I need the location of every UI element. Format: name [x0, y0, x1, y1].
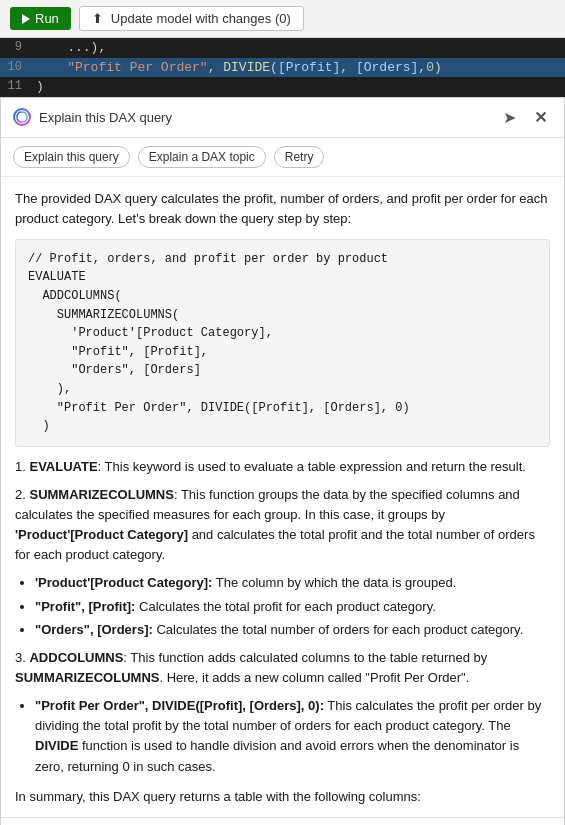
- line-number-10: 10: [0, 58, 32, 76]
- explain-item-3: 3. ADDCOLUMNS: This function adds calcul…: [15, 648, 550, 688]
- action-buttons-row: Explain this query Explain a DAX topic R…: [1, 138, 564, 177]
- explain-topic-button[interactable]: Explain a DAX topic: [138, 146, 266, 168]
- ai-panel-title: Explain this DAX query: [39, 110, 490, 125]
- copilot-logo: [13, 108, 31, 126]
- play-icon: [22, 14, 30, 24]
- run-button[interactable]: Run: [10, 7, 71, 30]
- intro-text: The provided DAX query calculates the pr…: [15, 189, 550, 229]
- code-line-10: 10 "Profit Per Order", DIVIDE([Profit], …: [0, 58, 565, 78]
- explain-query-button[interactable]: Explain this query: [13, 146, 130, 168]
- evaluate-keyword: EVALUATE: [29, 459, 97, 474]
- toolbar: Run ⬆ Update model with changes (0): [0, 0, 565, 38]
- ai-header: Explain this DAX query ➤ ✕: [1, 98, 564, 138]
- explain-num-2: 2.: [15, 487, 29, 502]
- retry-button[interactable]: Retry: [274, 146, 325, 168]
- summary-intro-text: In summary, this DAX query returns a tab…: [15, 787, 550, 807]
- bullet-item: 'Product'[Product Category]: The column …: [35, 573, 550, 593]
- summarize-bullets: 'Product'[Product Category]: The column …: [35, 573, 550, 639]
- line-number-11: 11: [0, 77, 32, 95]
- ai-response-content: The provided DAX query calculates the pr…: [1, 177, 564, 817]
- code-content-10: "Profit Per Order", DIVIDE([Profit], [Or…: [32, 58, 565, 78]
- line-number-9: 9: [0, 38, 32, 56]
- bullet-item: "Orders", [Orders]: Calculates the total…: [35, 620, 550, 640]
- code-line-9: 9 ...),: [0, 38, 565, 58]
- dax-code-block: // Profit, orders, and profit per order …: [15, 239, 550, 447]
- code-editor: 9 ...), 10 "Profit Per Order", DIVIDE([P…: [0, 38, 565, 97]
- explanation-section: 1. EVALUATE: This keyword is used to eva…: [15, 457, 550, 777]
- explain-text-1: : This keyword is used to evaluate a tab…: [98, 459, 526, 474]
- close-button[interactable]: ✕: [529, 106, 552, 129]
- code-content-11: ): [32, 77, 565, 97]
- explain-item-2: 2. SUMMARIZECOLUMNS: This function group…: [15, 485, 550, 566]
- explain-num-1: 1.: [15, 459, 29, 474]
- bullet-item: "Profit Per Order", DIVIDE([Profit], [Or…: [35, 696, 550, 777]
- explain-num-3: 3.: [15, 650, 29, 665]
- addcolumns-bullets: "Profit Per Order", DIVIDE([Profit], [Or…: [35, 696, 550, 777]
- ai-panel: Explain this DAX query ➤ ✕ Explain this …: [0, 97, 565, 826]
- upload-icon: ⬆: [92, 11, 103, 26]
- addcolumns-keyword: ADDCOLUMNS: [29, 650, 123, 665]
- update-label: Update model with changes (0): [111, 11, 291, 26]
- explain-item-1: 1. EVALUATE: This keyword is used to eva…: [15, 457, 550, 477]
- send-button[interactable]: ➤: [498, 106, 521, 129]
- run-label: Run: [35, 11, 59, 26]
- update-model-button[interactable]: ⬆ Update model with changes (0): [79, 6, 304, 31]
- code-line-11: 11 ): [0, 77, 565, 97]
- bullet-item: "Profit", [Profit]: Calculates the total…: [35, 597, 550, 617]
- summarize-keyword: SUMMARIZECOLUMNS: [29, 487, 173, 502]
- ai-footer: Show less ⌃ 👍 👎: [1, 817, 564, 826]
- code-content-9: ...),: [32, 38, 565, 58]
